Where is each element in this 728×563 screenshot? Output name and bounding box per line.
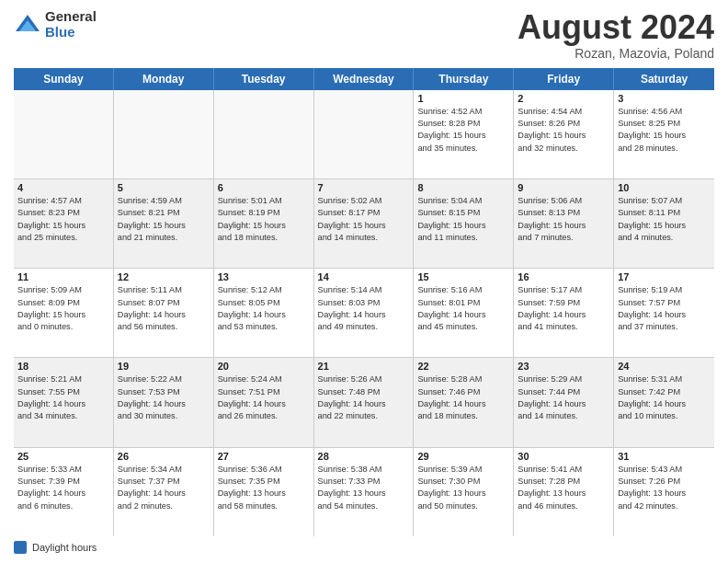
day-info: Sunrise: 5:29 AM Sunset: 7:44 PM Dayligh… — [518, 373, 609, 422]
header-day-tuesday: Tuesday — [214, 68, 314, 90]
day-number: 1 — [417, 93, 509, 104]
calendar-week-3: 18Sunrise: 5:21 AM Sunset: 7:55 PM Dayli… — [14, 358, 714, 447]
day-info: Sunrise: 5:26 AM Sunset: 7:48 PM Dayligh… — [318, 373, 410, 422]
header-day-friday: Friday — [514, 68, 614, 90]
day-cell-31: 31Sunrise: 5:43 AM Sunset: 7:26 PM Dayli… — [614, 448, 714, 536]
day-cell-15: 15Sunrise: 5:16 AM Sunset: 8:01 PM Dayli… — [414, 269, 514, 357]
day-cell-1: 1Sunrise: 4:52 AM Sunset: 8:28 PM Daylig… — [414, 90, 514, 178]
day-number: 27 — [218, 451, 310, 462]
day-info: Sunrise: 5:04 AM Sunset: 8:15 PM Dayligh… — [417, 195, 509, 244]
day-info: Sunrise: 5:01 AM Sunset: 8:19 PM Dayligh… — [218, 195, 310, 244]
calendar: SundayMondayTuesdayWednesdayThursdayFrid… — [14, 68, 714, 536]
day-info: Sunrise: 5:16 AM Sunset: 8:01 PM Dayligh… — [417, 284, 509, 333]
day-info: Sunrise: 5:11 AM Sunset: 8:07 PM Dayligh… — [118, 284, 210, 333]
header: General Blue August 2024 Rozan, Mazovia,… — [14, 9, 714, 61]
day-info: Sunrise: 5:41 AM Sunset: 7:28 PM Dayligh… — [518, 464, 609, 512]
empty-cell — [314, 90, 415, 178]
day-info: Sunrise: 5:31 AM Sunset: 7:42 PM Dayligh… — [618, 373, 711, 422]
day-info: Sunrise: 5:12 AM Sunset: 8:05 PM Dayligh… — [218, 284, 310, 333]
header-day-saturday: Saturday — [614, 68, 714, 90]
day-info: Sunrise: 5:06 AM Sunset: 8:13 PM Dayligh… — [518, 195, 609, 244]
day-cell-30: 30Sunrise: 5:41 AM Sunset: 7:28 PM Dayli… — [514, 448, 614, 536]
day-number: 6 — [218, 182, 310, 193]
day-cell-12: 12Sunrise: 5:11 AM Sunset: 8:07 PM Dayli… — [114, 269, 214, 357]
day-number: 3 — [618, 93, 711, 104]
logo-blue-text: Blue — [45, 25, 97, 40]
logo-text: General Blue — [45, 9, 97, 40]
day-number: 19 — [118, 361, 210, 372]
day-cell-19: 19Sunrise: 5:22 AM Sunset: 7:53 PM Dayli… — [114, 358, 214, 446]
day-info: Sunrise: 4:57 AM Sunset: 8:23 PM Dayligh… — [17, 195, 109, 244]
day-cell-20: 20Sunrise: 5:24 AM Sunset: 7:51 PM Dayli… — [214, 358, 314, 446]
logo-icon — [14, 11, 41, 39]
title-block: August 2024 Rozan, Mazovia, Poland — [518, 9, 714, 61]
day-cell-25: 25Sunrise: 5:33 AM Sunset: 7:39 PM Dayli… — [14, 448, 114, 536]
logo-general-text: General — [45, 9, 97, 25]
day-info: Sunrise: 4:54 AM Sunset: 8:26 PM Dayligh… — [518, 106, 609, 155]
day-info: Sunrise: 5:24 AM Sunset: 7:51 PM Dayligh… — [218, 373, 310, 422]
calendar-week-0: 1Sunrise: 4:52 AM Sunset: 8:28 PM Daylig… — [14, 90, 714, 179]
day-cell-18: 18Sunrise: 5:21 AM Sunset: 7:55 PM Dayli… — [14, 358, 114, 446]
day-number: 24 — [618, 361, 711, 372]
header-day-sunday: Sunday — [14, 68, 114, 90]
day-cell-9: 9Sunrise: 5:06 AM Sunset: 8:13 PM Daylig… — [514, 179, 614, 268]
empty-cell — [14, 90, 114, 178]
day-number: 4 — [17, 182, 109, 193]
day-info: Sunrise: 5:02 AM Sunset: 8:17 PM Dayligh… — [318, 195, 410, 244]
day-info: Sunrise: 4:59 AM Sunset: 8:21 PM Dayligh… — [118, 195, 210, 244]
day-cell-24: 24Sunrise: 5:31 AM Sunset: 7:42 PM Dayli… — [614, 358, 714, 446]
day-cell-16: 16Sunrise: 5:17 AM Sunset: 7:59 PM Dayli… — [514, 269, 614, 357]
day-number: 7 — [318, 182, 410, 193]
day-number: 8 — [417, 182, 509, 193]
empty-cell — [214, 90, 314, 178]
day-info: Sunrise: 5:28 AM Sunset: 7:46 PM Dayligh… — [417, 373, 509, 422]
day-info: Sunrise: 4:52 AM Sunset: 8:28 PM Dayligh… — [417, 106, 509, 155]
day-info: Sunrise: 4:56 AM Sunset: 8:25 PM Dayligh… — [618, 106, 711, 155]
calendar-week-1: 4Sunrise: 4:57 AM Sunset: 8:23 PM Daylig… — [14, 179, 714, 269]
header-day-monday: Monday — [114, 68, 214, 90]
day-info: Sunrise: 5:39 AM Sunset: 7:30 PM Dayligh… — [417, 464, 509, 512]
day-number: 11 — [17, 271, 109, 282]
day-number: 18 — [17, 361, 109, 372]
day-number: 30 — [518, 451, 609, 462]
day-cell-5: 5Sunrise: 4:59 AM Sunset: 8:21 PM Daylig… — [114, 179, 214, 268]
day-cell-3: 3Sunrise: 4:56 AM Sunset: 8:25 PM Daylig… — [614, 90, 714, 178]
day-number: 16 — [518, 271, 609, 282]
logo: General Blue — [14, 9, 97, 40]
day-cell-29: 29Sunrise: 5:39 AM Sunset: 7:30 PM Dayli… — [414, 448, 514, 536]
day-number: 21 — [318, 361, 410, 372]
day-cell-2: 2Sunrise: 4:54 AM Sunset: 8:26 PM Daylig… — [514, 90, 614, 178]
legend-label: Daylight hours — [32, 542, 97, 553]
calendar-week-4: 25Sunrise: 5:33 AM Sunset: 7:39 PM Dayli… — [14, 448, 714, 536]
day-cell-14: 14Sunrise: 5:14 AM Sunset: 8:03 PM Dayli… — [314, 269, 415, 357]
day-info: Sunrise: 5:07 AM Sunset: 8:11 PM Dayligh… — [618, 195, 711, 244]
day-cell-27: 27Sunrise: 5:36 AM Sunset: 7:35 PM Dayli… — [214, 448, 314, 536]
day-number: 22 — [417, 361, 509, 372]
day-info: Sunrise: 5:19 AM Sunset: 7:57 PM Dayligh… — [618, 284, 711, 333]
location: Rozan, Mazovia, Poland — [518, 46, 714, 61]
day-cell-17: 17Sunrise: 5:19 AM Sunset: 7:57 PM Dayli… — [614, 269, 714, 357]
day-info: Sunrise: 5:17 AM Sunset: 7:59 PM Dayligh… — [518, 284, 609, 333]
day-info: Sunrise: 5:21 AM Sunset: 7:55 PM Dayligh… — [17, 373, 109, 422]
day-cell-22: 22Sunrise: 5:28 AM Sunset: 7:46 PM Dayli… — [414, 358, 514, 446]
day-number: 31 — [618, 451, 711, 462]
day-number: 20 — [218, 361, 310, 372]
day-info: Sunrise: 5:43 AM Sunset: 7:26 PM Dayligh… — [618, 464, 711, 512]
day-cell-28: 28Sunrise: 5:38 AM Sunset: 7:33 PM Dayli… — [314, 448, 415, 536]
day-cell-11: 11Sunrise: 5:09 AM Sunset: 8:09 PM Dayli… — [14, 269, 114, 357]
empty-cell — [114, 90, 214, 178]
day-number: 23 — [518, 361, 609, 372]
month-year: August 2024 — [518, 9, 714, 46]
header-day-thursday: Thursday — [414, 68, 514, 90]
day-cell-6: 6Sunrise: 5:01 AM Sunset: 8:19 PM Daylig… — [214, 179, 314, 268]
day-info: Sunrise: 5:38 AM Sunset: 7:33 PM Dayligh… — [318, 464, 410, 512]
day-cell-21: 21Sunrise: 5:26 AM Sunset: 7:48 PM Dayli… — [314, 358, 415, 446]
day-number: 14 — [318, 271, 410, 282]
day-cell-4: 4Sunrise: 4:57 AM Sunset: 8:23 PM Daylig… — [14, 179, 114, 268]
legend-color-box — [14, 541, 27, 554]
day-info: Sunrise: 5:09 AM Sunset: 8:09 PM Dayligh… — [17, 284, 109, 333]
calendar-body: 1Sunrise: 4:52 AM Sunset: 8:28 PM Daylig… — [14, 90, 714, 536]
day-cell-26: 26Sunrise: 5:34 AM Sunset: 7:37 PM Dayli… — [114, 448, 214, 536]
day-cell-13: 13Sunrise: 5:12 AM Sunset: 8:05 PM Dayli… — [214, 269, 314, 357]
day-number: 5 — [118, 182, 210, 193]
